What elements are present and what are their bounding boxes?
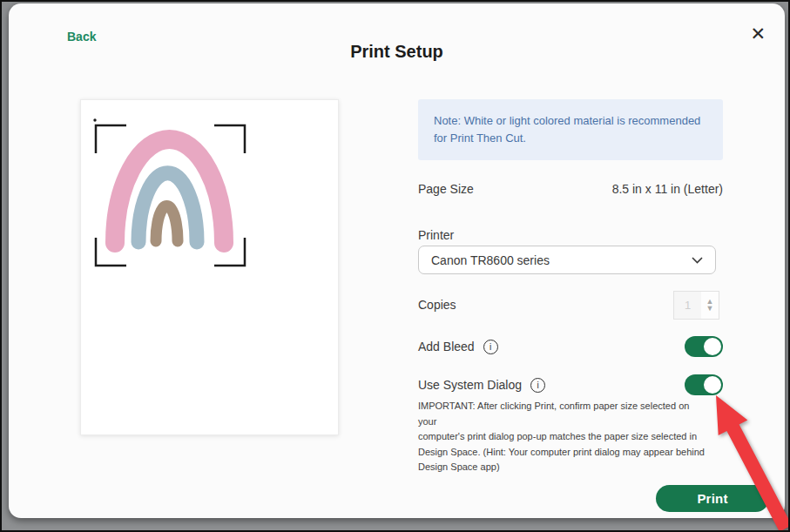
use-system-dialog-label-group: Use System Dialog i xyxy=(418,378,545,393)
use-system-dialog-row: Use System Dialog i xyxy=(418,374,723,396)
info-icon[interactable]: i xyxy=(483,340,498,354)
print-setup-dialog: Back Print Setup ✕ Note: Whi xyxy=(9,3,785,518)
dialog-title: Print Setup xyxy=(9,42,785,62)
page-size-label: Page Size xyxy=(418,182,474,196)
material-note: Note: White or light colored material is… xyxy=(418,99,723,160)
print-preview-paper xyxy=(80,99,339,435)
rainbow-brown-arch xyxy=(156,205,178,241)
chevron-down-icon xyxy=(692,257,703,264)
rainbow-artwork xyxy=(81,100,340,436)
use-system-dialog-toggle[interactable] xyxy=(685,374,723,395)
copies-stepper[interactable]: 1 ▲ ▼ xyxy=(673,291,719,320)
page-size-row: Page Size 8.5 in x 11 in (Letter) xyxy=(418,182,723,196)
copies-value: 1 xyxy=(674,292,701,319)
printer-selected-value: Canon TR8600 series xyxy=(431,253,550,267)
use-system-dialog-label: Use System Dialog xyxy=(418,378,522,392)
add-bleed-label-group: Add Bleed i xyxy=(418,340,498,354)
printer-label: Printer xyxy=(418,228,723,242)
toggle-knob xyxy=(704,338,721,355)
copies-label: Copies xyxy=(418,298,456,312)
info-icon[interactable]: i xyxy=(530,378,545,393)
add-bleed-label: Add Bleed xyxy=(418,340,475,354)
copies-stepper-arrows: ▲ ▼ xyxy=(701,292,719,319)
settings-column: Note: White or light colored material is… xyxy=(418,99,723,475)
add-bleed-toggle[interactable] xyxy=(685,336,723,357)
copies-row: Copies 1 ▲ ▼ xyxy=(418,290,723,320)
spinner-down-icon[interactable]: ▼ xyxy=(706,305,714,312)
rainbow-pink-arch xyxy=(115,139,224,243)
print-button[interactable]: Print xyxy=(656,485,769,512)
close-icon[interactable]: ✕ xyxy=(750,24,766,43)
toggle-knob xyxy=(704,376,721,394)
printer-dropdown[interactable]: Canon TR8600 series xyxy=(418,246,716,274)
registration-dot xyxy=(93,118,96,121)
add-bleed-row: Add Bleed i xyxy=(418,335,723,358)
screenshot-frame: Back Print Setup ✕ Note: Whi xyxy=(0,0,790,532)
important-note: IMPORTANT: After clicking Print, confirm… xyxy=(418,399,707,475)
page-size-value: 8.5 in x 11 in (Letter) xyxy=(612,182,723,196)
